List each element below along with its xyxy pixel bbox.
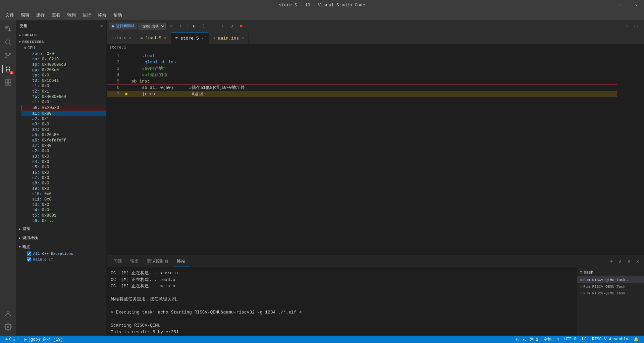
activity-source-control[interactable] xyxy=(2,50,14,62)
maximize-button[interactable]: □ xyxy=(613,0,629,10)
code-editor[interactable]: 1 .text 2 .globl sb_ins 3 #a0内存地址 4 #a1储… xyxy=(107,51,617,255)
register-item-sp[interactable]: sp: 0x408006c0 xyxy=(21,62,106,67)
register-item-s11[interactable]: s11: 0x0 xyxy=(21,197,106,202)
register-item-fp[interactable]: fp: 0x408006e0 xyxy=(21,94,106,100)
menu-item-文件[interactable]: 文件 xyxy=(3,11,17,19)
debug-restart-btn[interactable]: ↺ xyxy=(228,22,236,30)
tab-load-s-close[interactable]: ✕ xyxy=(163,35,167,41)
registers-section[interactable]: ▼ Registers xyxy=(16,39,106,45)
tab-main-ins[interactable]: ⚡ main.ins ✕ xyxy=(209,32,249,44)
register-item-t0[interactable]: t0: 0x1b64a xyxy=(21,78,106,83)
register-item-zero[interactable]: zero: 0x0 xyxy=(21,51,106,57)
debug-layout-btn[interactable]: ⊞ xyxy=(624,22,632,30)
callstack-section[interactable]: ▶ 调用堆栈 xyxy=(16,234,106,242)
terminal-task-3[interactable]: ✕ Run RISCV-QEMU Task xyxy=(577,290,644,297)
register-item-a1[interactable]: a1: 0x80 xyxy=(21,111,106,116)
menu-item-选择[interactable]: 选择 xyxy=(34,11,48,19)
menu-item-帮助[interactable]: 帮助 xyxy=(111,11,125,19)
register-item-a2[interactable]: a2: 0x1 xyxy=(21,116,106,122)
status-line-ending[interactable]: LF xyxy=(579,336,589,343)
status-errors[interactable]: ⊗ 0 ⚠ 1 xyxy=(3,336,22,343)
debug-stepover-btn[interactable]: ⤵ xyxy=(200,22,208,30)
debug-more-btn[interactable]: ··· xyxy=(633,22,641,30)
register-item-a3[interactable]: a3: 0x0 xyxy=(21,122,106,127)
debug-stepin-btn[interactable]: ↓ xyxy=(209,22,217,30)
register-item-s2[interactable]: s2: 0x0 xyxy=(21,149,106,154)
breakpoint-main-checkbox[interactable] xyxy=(27,257,31,262)
terminal-bash-header[interactable]: ⊡ bash xyxy=(577,269,644,276)
code-line-2[interactable]: 2 .globl sb_ins xyxy=(107,59,617,65)
code-line-6[interactable]: 6 sb a1, 0(a0) #储存a1低8位到a0+0地址处 xyxy=(107,84,617,91)
tab-main-c-close[interactable]: ✕ xyxy=(128,35,132,41)
cpu-group-header[interactable]: ▼ CPU xyxy=(21,45,106,51)
menu-item-转到[interactable]: 转到 xyxy=(64,11,78,19)
breakpoints-section[interactable]: ▼ 断点 xyxy=(16,243,106,251)
menu-item-运行[interactable]: 运行 xyxy=(80,11,94,19)
panel-tab-terminal[interactable]: 终端 xyxy=(173,255,190,267)
register-item-s8[interactable]: s8: 0x0 xyxy=(21,181,106,186)
register-item-s9[interactable]: s9: 0x0 xyxy=(21,186,106,191)
register-item-a5[interactable]: a5: 0x20a80 xyxy=(21,132,106,138)
activity-explorer[interactable] xyxy=(2,23,14,35)
breakpoint-item-1[interactable]: All C++ Exceptions xyxy=(24,251,106,256)
activity-search[interactable] xyxy=(2,36,14,48)
code-line-1[interactable]: 1 .text xyxy=(107,53,617,59)
status-spaces[interactable]: 空格: 4 xyxy=(541,336,562,343)
register-item-t4[interactable]: t4: 0x0 xyxy=(21,208,106,213)
register-item-s7[interactable]: s7: 0x0 xyxy=(21,175,106,181)
tab-main-ins-close[interactable]: ✕ xyxy=(241,35,245,41)
activity-settings[interactable] xyxy=(2,321,14,333)
panel-tab-problems[interactable]: 问题 xyxy=(109,255,126,267)
terminal-content[interactable]: CC -[M] 正在构建... store.oCC -[M] 正在构建... l… xyxy=(107,267,577,336)
menu-item-编辑[interactable]: 编辑 xyxy=(18,11,32,19)
code-line-5[interactable]: 5 sb_ins: xyxy=(107,78,617,84)
status-language[interactable]: RISC-V Assembly xyxy=(589,336,631,343)
register-item-a7[interactable]: a7: 0x40 xyxy=(21,143,106,149)
register-item-s5[interactable]: s5: 0x0 xyxy=(21,165,106,170)
tab-main-c[interactable]: main.c ✕ xyxy=(107,32,136,44)
breakpoint-cpp-checkbox[interactable] xyxy=(27,251,31,256)
panel-add-btn[interactable]: + xyxy=(608,258,615,265)
sidebar-new-var-icon[interactable]: ⊕ xyxy=(100,24,103,28)
locals-section[interactable]: ▶ Locals xyxy=(16,32,106,39)
status-notifications[interactable]: 🔔 xyxy=(631,336,641,343)
activity-debug[interactable]: 1 xyxy=(2,63,14,75)
tab-load-s[interactable]: ≡ load.S ✕ xyxy=(136,32,171,44)
activity-extensions[interactable] xyxy=(2,76,14,89)
register-item-s1[interactable]: s1: 0x0 xyxy=(21,100,106,105)
register-item-t3[interactable]: t3: 0x0 xyxy=(21,202,106,208)
panel-tab-debug-console[interactable]: 调试控制台 xyxy=(143,255,173,267)
menu-item-终端[interactable]: 终端 xyxy=(95,11,109,19)
debug-continue-btn[interactable]: ⏵ xyxy=(190,22,198,30)
tab-store-s-close[interactable]: ✕ xyxy=(201,36,205,41)
register-item-tp[interactable]: tp: 0x0 xyxy=(21,73,106,78)
register-item-a6[interactable]: a6: 0xfefefeff xyxy=(21,138,106,143)
code-line-3[interactable]: 3 #a0内存地址 xyxy=(107,65,617,72)
register-item-s6[interactable]: s6: 0x0 xyxy=(21,170,106,175)
activity-accounts[interactable] xyxy=(2,307,14,320)
status-debug-info[interactable]: ▶ (gdb) 启动 (19) xyxy=(22,336,65,343)
panel-max-btn[interactable]: ∧ xyxy=(616,258,624,265)
register-item-gp[interactable]: gp: 0x208c0 xyxy=(21,67,106,73)
sidebar-content[interactable]: ▶ Locals ▼ Registers ▼ CPU zero: 0x0ra: … xyxy=(16,32,106,336)
debug-config-gear[interactable]: ⚙ xyxy=(167,22,175,30)
menu-item-查看[interactable]: 查看 xyxy=(49,11,63,19)
register-item-s10[interactable]: s10: 0x0 xyxy=(21,191,106,197)
tab-store-s[interactable]: ≡ store.S ✕ xyxy=(171,32,209,44)
monitor-section[interactable]: ▶ 监视 xyxy=(16,225,106,233)
register-item-a0[interactable]: a0: 0x20a80 xyxy=(21,105,106,111)
register-item-a4[interactable]: a4: 0x0 xyxy=(21,127,106,132)
register-item-t1[interactable]: t1: 0x3 xyxy=(21,83,106,89)
register-item-t2[interactable]: t2: 0x1 xyxy=(21,89,106,94)
register-item-s4[interactable]: s4: 0x0 xyxy=(21,159,106,165)
register-item-t5[interactable]: t5: 0x8801 xyxy=(21,213,106,218)
terminal-task-1[interactable]: ✕ Run RISCV-QEMU Task ✓ xyxy=(577,276,644,283)
terminal-task-2[interactable]: ✕ Run RISCV-QEMU Task xyxy=(577,283,644,290)
close-button[interactable]: ✕ xyxy=(629,0,644,10)
status-encoding[interactable]: UTF-8 xyxy=(562,336,579,343)
panel-tab-output[interactable]: 输出 xyxy=(126,255,143,267)
debug-config-select[interactable]: (gdb) 启动 xyxy=(139,23,166,30)
run-debug-button[interactable]: ▶ 运行和调试 xyxy=(109,22,137,30)
breakpoint-item-2[interactable]: main.c 27 xyxy=(24,256,106,262)
debug-config-add[interactable]: + xyxy=(176,22,184,30)
